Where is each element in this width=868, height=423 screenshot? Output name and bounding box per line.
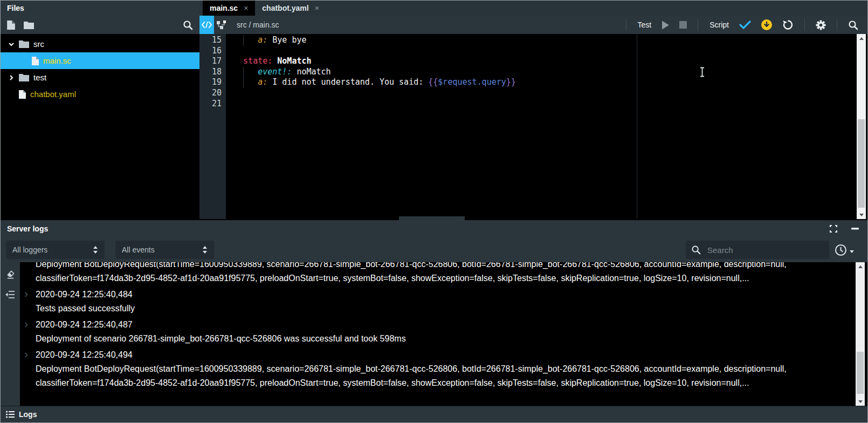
code-view-button[interactable] [199, 16, 214, 34]
loggers-select-value: All loggers [12, 245, 93, 254]
code-token-key_state: state: [243, 56, 272, 66]
refresh-icon[interactable] [782, 19, 794, 30]
line-number: 18 [199, 67, 222, 78]
code-token-key_event: event!: [258, 67, 292, 77]
tree-item-chatbot.yaml[interactable]: chatbot.yaml [1, 86, 199, 103]
scroll-down-icon[interactable] [856, 397, 865, 406]
log-time-range-button[interactable] [835, 244, 854, 256]
code-token-key_a: a: [258, 77, 267, 87]
code-view-icon [202, 21, 212, 29]
play-icon[interactable] [662, 21, 670, 30]
ide-window: Files main.sc × chatbot.yaml × [0, 0, 868, 423]
chevron-right-icon[interactable]: › [24, 317, 28, 331]
log-timestamp-text: 2020-09-24 12:25:40,484 [36, 290, 133, 299]
close-icon[interactable]: × [244, 4, 248, 12]
code-token-text: I did not understand. You said: [267, 77, 428, 87]
tree-item-test[interactable]: test [1, 69, 199, 86]
check-icon[interactable] [739, 21, 751, 29]
log-message: Tests passed successfully [36, 302, 851, 316]
chevron-right-icon[interactable]: › [24, 347, 28, 361]
loggers-select[interactable]: All loggers [6, 241, 105, 259]
settings-gear-icon[interactable] [816, 20, 826, 30]
log-entry: ›2020-09-24 12:25:40,484Tests passed suc… [36, 288, 851, 316]
logs-body: Deployment BotDeployRequest(startTime=16… [1, 262, 867, 406]
log-message: Deployment of scenario 266781-simple_bot… [36, 332, 851, 346]
log-message: Deployment BotDeployRequest(startTime=16… [36, 362, 851, 390]
scroll-down-icon[interactable] [857, 210, 866, 219]
follow-logs-icon[interactable] [5, 291, 15, 298]
line-number: 15 [199, 35, 222, 46]
search-code-icon[interactable] [848, 20, 858, 30]
line-number: 19 [199, 77, 222, 88]
close-icon[interactable]: × [315, 4, 319, 12]
code-token-text: noMatch [292, 67, 330, 77]
tree-item-src[interactable]: src [1, 36, 199, 52]
toolbar-separator [804, 19, 805, 31]
tab-main-sc[interactable]: main.sc × [203, 1, 255, 16]
clear-logs-icon[interactable] [6, 270, 15, 279]
code-line: state: NoMatch [226, 56, 867, 67]
code-token-indent [229, 56, 243, 66]
log-timestamp-text: 2020-09-24 12:25:40,494 [36, 350, 133, 359]
code-editor[interactable]: a: Bye bye state: NoMatch event!: noMatc… [226, 34, 867, 219]
tab-bar: main.sc × chatbot.yaml × [199, 1, 867, 16]
line-number: 20 [199, 88, 222, 99]
logs-search-input[interactable] [706, 245, 824, 255]
code-token-key_a: a: [258, 35, 267, 45]
status-bar-logs-toggle[interactable]: Logs [19, 410, 37, 419]
tree-item-main.sc[interactable]: main.sc [1, 52, 199, 69]
panel-splitter[interactable] [1, 219, 867, 220]
editor-scrollbar[interactable] [857, 34, 866, 219]
chevron-right-icon[interactable]: › [24, 286, 28, 301]
download-icon[interactable] [761, 19, 773, 31]
tree-item-label: src [33, 39, 44, 49]
code-token-text: Bye bye [267, 35, 306, 45]
expand-logs-icon[interactable] [830, 225, 837, 233]
status-bar: Logs [1, 406, 867, 422]
events-select-value: All events [122, 245, 202, 254]
new-folder-icon[interactable] [24, 21, 34, 29]
search-files-icon[interactable] [183, 20, 193, 30]
select-arrows-icon [202, 246, 208, 254]
chevron-right-icon [8, 74, 15, 81]
editor-scrollbar-thumb[interactable] [858, 119, 865, 208]
log-message: Deployment BotDeployRequest(startTime=16… [36, 262, 851, 285]
breadcrumb: src / main.sc [237, 21, 279, 29]
tab-chatbot-yaml[interactable]: chatbot.yaml × [255, 1, 326, 16]
tree-view-icon [216, 21, 226, 29]
indent-guide [243, 67, 244, 78]
minimize-logs-icon[interactable] [851, 228, 859, 230]
toolbar-separator [698, 19, 698, 31]
code-line [226, 46, 867, 57]
folder-icon [19, 40, 29, 48]
toolbar-row: src / main.sc Test Script [1, 16, 867, 34]
tab-label: chatbot.yaml [262, 4, 308, 12]
tree-view-button[interactable] [214, 16, 229, 34]
logs-list-icon [6, 411, 15, 418]
new-file-icon[interactable] [7, 21, 15, 30]
scroll-up-icon[interactable] [857, 34, 866, 43]
toolbar-separator [837, 19, 837, 31]
stop-icon[interactable] [679, 21, 687, 29]
code-lines: a: Bye bye state: NoMatch event!: noMatc… [226, 35, 867, 109]
script-label: Script [709, 21, 729, 29]
log-timestamp: ›2020-09-24 12:25:40,484 [36, 288, 851, 302]
tree-item-label: main.sc [43, 56, 71, 65]
caret-down-icon [850, 250, 854, 253]
logs-search-box[interactable] [686, 241, 829, 259]
log-entry: ›2020-09-24 12:25:40,494Deployment BotDe… [36, 348, 851, 390]
scroll-up-icon[interactable] [856, 262, 865, 271]
code-token-brace: }} [506, 77, 516, 87]
files-panel-title: Files [1, 1, 199, 16]
logs-scrollbar-thumb[interactable] [857, 352, 864, 394]
indent-guide [243, 77, 244, 88]
logs-content[interactable]: Deployment BotDeployRequest(startTime=16… [20, 262, 867, 406]
chevron-down-icon [8, 41, 15, 47]
log-timestamp: ›2020-09-24 12:25:40,487 [36, 318, 851, 332]
file-icon [32, 57, 39, 65]
toolbar-separator [626, 19, 626, 31]
logs-scrollbar[interactable] [856, 262, 865, 406]
events-select[interactable]: All events [115, 241, 214, 259]
code-line: a: Bye bye [226, 35, 867, 46]
splitter-handle[interactable] [399, 216, 465, 222]
